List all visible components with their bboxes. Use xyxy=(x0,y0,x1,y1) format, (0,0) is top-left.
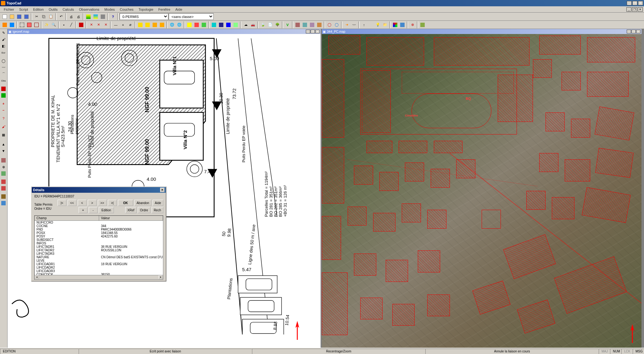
table-row[interactable]: POSY4242275.60 xyxy=(35,235,163,238)
save-icon[interactable] xyxy=(16,13,23,20)
details-hscroll[interactable]: ◂ ▸ xyxy=(35,275,163,279)
menu-fenetre[interactable]: Fenêtre xyxy=(156,7,173,12)
lt-plus-icon[interactable]: + xyxy=(0,100,7,107)
point-icon[interactable]: • xyxy=(60,21,67,28)
paste-icon[interactable]: 📋 xyxy=(48,13,54,20)
ordre-button[interactable]: Ordre xyxy=(138,207,150,213)
menu-couches[interactable]: Couches xyxy=(117,7,136,12)
lt-tri-up-icon[interactable]: ▲ xyxy=(0,141,7,147)
sq-lime-icon[interactable] xyxy=(232,21,239,28)
globe2-icon[interactable]: 🌐 xyxy=(176,21,183,28)
table-row[interactable]: POSX1841348.55 xyxy=(35,231,163,235)
window-aerial-titlebar[interactable]: ▣ 344_PC.map _ ❐ ✕ xyxy=(322,29,641,34)
lt-fill-icon[interactable]: ◧ xyxy=(0,43,7,49)
grid3-icon[interactable] xyxy=(151,21,158,28)
wave-icon[interactable]: 〰 xyxy=(350,21,357,28)
tool-a-icon[interactable] xyxy=(1,21,8,28)
lt-minus-icon[interactable]: − xyxy=(0,107,7,113)
table-row[interactable]: LIFICDADR2 xyxy=(35,266,163,269)
lt-text-obs-icon[interactable]: Obs xyxy=(0,77,7,84)
lt-red-icon[interactable] xyxy=(0,86,7,92)
details-close-button[interactable]: ✕ xyxy=(160,188,165,192)
col-champ[interactable]: Champ xyxy=(35,216,99,220)
rect-select-icon[interactable] xyxy=(19,21,25,28)
maximize-button[interactable]: ❐ xyxy=(632,1,637,5)
leaf-icon[interactable]: 🍃 xyxy=(260,21,266,28)
new-icon[interactable] xyxy=(1,13,8,20)
class-select[interactable]: <sans classe> xyxy=(169,13,214,20)
mix2-icon[interactable] xyxy=(301,21,308,28)
table-row[interactable]: LIFICDADR3 xyxy=(35,269,163,273)
details-titlebar[interactable]: Détails ✕ xyxy=(32,187,166,193)
minimize-button[interactable]: _ xyxy=(627,1,632,5)
window-aerial-close-button[interactable]: ✕ xyxy=(636,30,641,33)
lt-misc2-icon[interactable]: ⊕ xyxy=(0,164,7,170)
rech-button[interactable]: Rech xyxy=(152,207,163,213)
edition-button[interactable]: Edition xyxy=(99,207,114,213)
null-icon[interactable]: ⌀ xyxy=(127,21,134,28)
aerial-canvas[interactable]: BQ Cimetière xyxy=(322,34,641,348)
col-valeur[interactable]: Valeur xyxy=(99,216,163,220)
magic-icon[interactable]: ✨ xyxy=(43,21,50,28)
cross-blue-icon[interactable]: ✕ xyxy=(102,21,109,28)
abandon-button[interactable]: Abandon xyxy=(134,200,151,206)
line-icon[interactable]: ╱ xyxy=(68,21,75,28)
table-row[interactable]: COFICDCP38150 xyxy=(35,273,163,275)
close-button[interactable]: ✕ xyxy=(638,1,643,5)
mdi-minimize-button[interactable]: _ xyxy=(626,7,631,12)
arrow-up-icon[interactable]: ↑ xyxy=(361,21,367,28)
mix4-icon[interactable] xyxy=(316,21,323,28)
cross-red-icon[interactable]: ✕ xyxy=(88,21,95,28)
hline-icon[interactable]: — xyxy=(112,21,119,28)
lt-text-ecr-icon[interactable]: Ecr xyxy=(0,49,7,56)
table-row[interactable]: NATURECN Démol DES batS EXISTANTS const … xyxy=(35,255,163,259)
nav-back-button[interactable]: < xyxy=(78,200,87,206)
help-icon[interactable]: ? xyxy=(109,13,116,20)
bulb-icon[interactable]: 💡 xyxy=(374,21,381,28)
details-rows[interactable]: NUFICCROCOCNE344FNDPARC344000BO0066POSX1… xyxy=(35,221,163,275)
lt-misc6-icon[interactable] xyxy=(0,193,7,200)
ok-button[interactable]: OK xyxy=(118,200,133,206)
layers-icon[interactable] xyxy=(85,13,92,20)
menu-fichier[interactable]: Fichier xyxy=(1,7,17,12)
window-georef-min-button[interactable]: _ xyxy=(306,30,310,33)
globe-icon[interactable]: 🌐 xyxy=(169,21,176,28)
lt-paint-icon[interactable]: 🖌 xyxy=(0,36,7,43)
sq-yellow-icon[interactable] xyxy=(186,21,193,28)
car-icon[interactable]: 🚗 xyxy=(249,21,256,28)
nav-prev-button[interactable]: << xyxy=(68,200,76,206)
menu-modes[interactable]: Modes xyxy=(102,7,117,12)
circle-blue-icon[interactable]: ◯ xyxy=(333,21,340,28)
print-icon[interactable]: 🖨 xyxy=(68,13,75,20)
palette2-icon[interactable] xyxy=(399,21,406,28)
layers3-icon[interactable] xyxy=(99,13,106,20)
table-row[interactable]: LIFICDADR118 RUE VERGUIN xyxy=(35,262,163,266)
v-green-icon[interactable]: V xyxy=(284,21,291,28)
rect-fill-icon[interactable] xyxy=(26,21,33,28)
sq-cyan-icon[interactable] xyxy=(210,21,217,28)
add-button[interactable]: + xyxy=(79,207,87,213)
menu-topologie[interactable]: Topologie xyxy=(136,7,156,12)
doc-icon[interactable]: 📄 xyxy=(267,21,274,28)
menu-outils[interactable]: Outils xyxy=(46,7,60,12)
menu-script[interactable]: Script xyxy=(17,7,31,12)
lt-misc7-icon[interactable] xyxy=(0,200,7,206)
aide-button[interactable]: Aide xyxy=(153,200,163,206)
extra-icon[interactable] xyxy=(419,21,426,28)
folder2-icon[interactable]: 📁 xyxy=(382,21,389,28)
circle-red-icon[interactable]: ◯ xyxy=(326,21,333,28)
table-row[interactable]: LIFICTADR3 xyxy=(35,252,163,255)
save-as-icon[interactable] xyxy=(23,13,30,20)
sq-blue-icon[interactable] xyxy=(225,21,232,28)
window-georef-max-button[interactable]: ❐ xyxy=(311,30,315,33)
plus-icon[interactable]: + xyxy=(120,21,126,28)
tree-icon[interactable]: 🌳 xyxy=(274,21,281,28)
grid4-icon[interactable] xyxy=(159,21,165,28)
lt-misc3-icon[interactable] xyxy=(0,170,7,177)
xref-button[interactable]: XRef xyxy=(125,207,137,213)
table-row[interactable]: NUFICCRO xyxy=(35,221,163,224)
lt-misc4-icon[interactable] xyxy=(0,179,7,185)
table-row[interactable]: FNDPARC344000BO0066 xyxy=(35,228,163,231)
menu-calculs[interactable]: Calculs xyxy=(60,7,76,12)
lt-misc5-icon[interactable] xyxy=(0,185,7,191)
